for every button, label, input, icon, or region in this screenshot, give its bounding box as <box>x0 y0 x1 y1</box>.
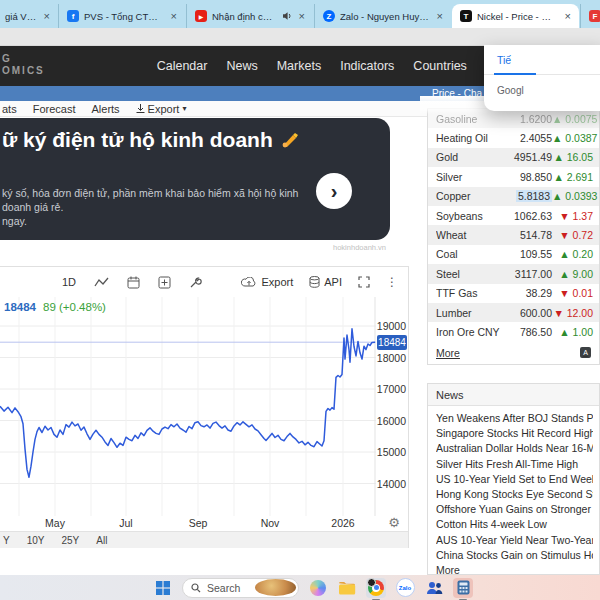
commodity-row-steel[interactable]: Steel3117.00▲ 9.00 <box>428 264 599 283</box>
chart-x-axis: MayJulSepNov2026 <box>0 516 376 531</box>
expand-icon <box>358 276 370 288</box>
commodity-change: ▲ 1.00 <box>552 326 593 338</box>
browser-tab-4[interactable]: TNickel - Price - Chart - Historic× <box>452 4 579 28</box>
file-explorer-button[interactable] <box>337 578 357 598</box>
nav-markets[interactable]: Markets <box>277 59 321 73</box>
commodity-row-ttf-gas[interactable]: TTF Gas38.29▼ 0.01 <box>428 284 599 303</box>
news-item-5[interactable]: Hong Kong Stocks Eye Second Straight... <box>436 487 593 502</box>
range-button-y[interactable]: Y <box>3 535 10 546</box>
taskbar-search-box[interactable]: Search <box>182 578 299 598</box>
news-list: Yen Weakens After BOJ Stands PatSingapor… <box>428 406 599 563</box>
commodity-row-copper[interactable]: Copper5.8183▲ 0.0393 <box>428 187 599 206</box>
commodity-value: 514.78 <box>508 229 552 241</box>
news-item-0[interactable]: Yen Weakens After BOJ Stands Pat <box>436 411 593 426</box>
commodity-value: 98.850 <box>508 171 552 183</box>
news-item-9[interactable]: China Stocks Gain on Stimulus Hopes <box>436 548 593 563</box>
nav-calendar[interactable]: Calendar <box>157 59 208 73</box>
subnav-export-button[interactable]: Export ▾ <box>136 103 187 115</box>
nav-countries[interactable]: Countries <box>413 59 467 73</box>
browser-tab-3[interactable]: ZZalo - Nguyen Huy Hoang× <box>314 4 451 28</box>
tab-title: Zalo - Nguyen Huy Hoang <box>340 11 430 22</box>
range-button-all[interactable]: All <box>96 535 107 546</box>
interval-selector[interactable]: 1D <box>62 276 76 288</box>
translate-google-row[interactable]: Googl <box>484 75 600 105</box>
news-item-3[interactable]: Silver Hits Fresh All-Time High <box>436 457 593 472</box>
browser-tab-2[interactable]: ▶Nhận định chứng khoán h× <box>186 4 313 28</box>
commodity-change: ▲ 2.691 <box>552 171 593 183</box>
commodity-change: ▲ 0.20 <box>552 248 593 260</box>
commodity-name: Copper <box>436 190 508 202</box>
news-item-7[interactable]: Cotton Hits 4-week Low <box>436 517 593 532</box>
trading-economics-logo[interactable]: G OMICS <box>2 53 45 77</box>
nav-news[interactable]: News <box>226 59 257 73</box>
commodity-row-wheat[interactable]: Wheat514.78▼ 0.72 <box>428 225 599 244</box>
news-more-link[interactable]: More <box>428 563 599 575</box>
commodity-row-gold[interactable]: Gold4951.49▲ 16.05 <box>428 148 599 167</box>
tab-close-button[interactable]: × <box>435 10 445 22</box>
chrome-badge-icon <box>367 578 376 587</box>
markets-more-link[interactable]: More <box>436 347 460 359</box>
range-button-25y[interactable]: 25Y <box>61 535 79 546</box>
tab-close-button[interactable]: × <box>563 10 573 22</box>
commodity-row-lumber[interactable]: Lumber600.00▼ 12.00 <box>428 303 599 322</box>
calculator-button[interactable] <box>453 578 473 598</box>
nav-indicators[interactable]: Indicators <box>340 59 394 73</box>
commodity-row-iron-ore-cny[interactable]: Iron Ore CNY786.50▲ 1.00 <box>428 322 599 341</box>
date-range-button[interactable] <box>127 276 140 289</box>
screen: giá Vườn×fPVS - Tổng CTCP Dịch vụ Kỹ th×… <box>0 0 600 600</box>
tab-close-button[interactable]: × <box>42 10 52 22</box>
news-item-2[interactable]: Australian Dollar Holds Near 16-Month... <box>436 441 593 456</box>
commodity-name: Coal <box>436 248 508 260</box>
gear-icon[interactable]: ⚙ <box>388 516 400 529</box>
news-item-4[interactable]: US 10-Year Yield Set to End Week High... <box>436 472 593 487</box>
subnav-forecast[interactable]: Forecast <box>33 103 76 115</box>
commodity-row-silver[interactable]: Silver98.850▲ 2.691 <box>428 167 599 186</box>
commodity-value: 4951.49 <box>508 151 552 163</box>
people-button[interactable] <box>424 578 444 598</box>
news-item-6[interactable]: Offshore Yuan Gains on Stronger Fixin... <box>436 502 593 517</box>
browser-tab-0[interactable]: giá Vườn× <box>0 4 58 28</box>
browser-tab-1[interactable]: fPVS - Tổng CTCP Dịch vụ Kỹ th× <box>58 4 185 28</box>
commodity-row-soybeans[interactable]: Soybeans1062.63▼ 1.37 <box>428 206 599 225</box>
x-axis-tick: 2026 <box>331 517 354 529</box>
range-button-10y[interactable]: 10Y <box>27 535 45 546</box>
fullscreen-button[interactable] <box>358 276 370 288</box>
commodity-name: Gasoline <box>436 113 508 125</box>
price-chart-svg[interactable] <box>0 297 376 516</box>
news-item-8[interactable]: AUS 10-Year Yield Near Two-Year High <box>436 533 593 548</box>
chart-menu-button[interactable]: ⋮ <box>386 275 398 289</box>
zalo-button[interactable]: Zalo <box>395 578 415 598</box>
ad-choices-icon[interactable]: A <box>580 347 591 358</box>
tab-close-button[interactable]: × <box>297 10 307 22</box>
line-chart-icon <box>94 276 109 288</box>
news-item-1[interactable]: Singapore Stocks Hit Record High <box>436 426 593 441</box>
translate-language-tab[interactable]: Tiế <box>484 45 600 75</box>
chart-type-button[interactable] <box>94 276 109 288</box>
subnav-alerts[interactable]: Alerts <box>91 103 119 115</box>
range-selector-bar: Y10Y25YAll <box>0 531 408 548</box>
chrome-button[interactable] <box>366 578 386 598</box>
tab-close-button[interactable]: × <box>169 10 179 22</box>
commodity-value: 786.50 <box>508 326 552 338</box>
ad-banner[interactable]: ữ ký điện tử hộ kinh doanh ký số, hóa đơ… <box>0 118 390 240</box>
browser-tab-5[interactable]: F <box>580 4 600 28</box>
te-icon: T <box>460 10 472 22</box>
api-button[interactable]: API <box>309 276 342 288</box>
commodity-value: 600.00 <box>508 307 552 319</box>
commodity-row-coal[interactable]: Coal109.55▲ 0.20 <box>428 245 599 264</box>
ad-next-button[interactable]: › <box>316 173 352 209</box>
tab-audio-icon[interactable] <box>282 11 292 21</box>
news-panel-title: News <box>428 384 599 406</box>
chart-settings-button[interactable] <box>189 276 202 289</box>
search-highlight-image[interactable] <box>255 579 297 596</box>
subnav-stats[interactable]: ats <box>2 103 17 115</box>
commodity-name: Heating Oil <box>436 132 508 144</box>
export-button[interactable]: Export <box>241 276 293 288</box>
y-axis-tick: 16000 <box>377 415 406 427</box>
commodity-name: Gold <box>436 151 508 163</box>
export-label: Export <box>261 276 293 288</box>
start-button[interactable] <box>153 578 173 598</box>
add-indicator-button[interactable] <box>158 276 171 289</box>
commodity-row-heating-oil[interactable]: Heating Oil2.4055▲ 0.0387 <box>428 128 599 147</box>
copilot-button[interactable] <box>308 578 328 598</box>
